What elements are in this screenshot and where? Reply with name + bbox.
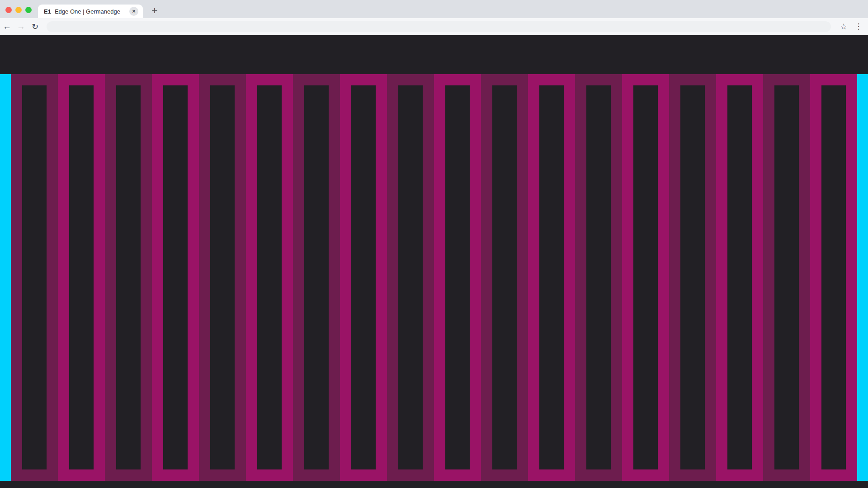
tab-title: Edge One | Germanedge [55, 8, 129, 15]
pattern-frame-5 [199, 74, 246, 481]
pattern-frame-11 [481, 74, 528, 481]
tab-close-icon[interactable]: × [129, 7, 138, 16]
new-tab-button[interactable]: + [148, 5, 161, 18]
browser-tab[interactable]: E1 Edge One | Germanedge × [38, 5, 143, 18]
window-maximize-button[interactable] [25, 7, 32, 13]
pattern-frame-10 [434, 74, 481, 481]
pattern-frame-13 [575, 74, 622, 481]
window-close-button[interactable] [5, 7, 12, 13]
forward-icon[interactable]: → [14, 22, 28, 32]
browser-toolbar: ← → ↻ ☆ ⋮ [0, 18, 868, 35]
page-content [0, 35, 868, 488]
tab-favicon: E1 [44, 8, 51, 15]
address-bar[interactable] [47, 21, 831, 32]
back-icon[interactable]: ← [0, 22, 14, 32]
pattern-frame-15 [669, 74, 716, 481]
pattern-frame-18 [810, 74, 857, 481]
menu-kebab-icon[interactable]: ⋮ [853, 22, 864, 31]
browser-window: E1 Edge One | Germanedge × + ← → ↻ ☆ ⋮ [0, 0, 868, 488]
pattern-frame-16 [716, 74, 763, 481]
pattern-frame-17 [763, 74, 810, 481]
pattern-edge-right [857, 74, 868, 481]
pattern-frame-6 [246, 74, 293, 481]
window-minimize-button[interactable] [15, 7, 22, 13]
pattern-frame-2 [58, 74, 105, 481]
pattern-frame-12 [528, 74, 575, 481]
pattern-frame-4 [152, 74, 199, 481]
tab-strip: E1 Edge One | Germanedge × + [0, 0, 868, 18]
pattern-frame-7 [293, 74, 340, 481]
pattern-frame-8 [340, 74, 387, 481]
page-pattern [0, 74, 868, 481]
bookmark-star-icon[interactable]: ☆ [837, 22, 850, 32]
window-controls [5, 7, 32, 13]
reload-icon[interactable]: ↻ [28, 22, 42, 32]
pattern-frame-14 [622, 74, 669, 481]
pattern-frame-3 [105, 74, 152, 481]
pattern-frame-1 [11, 74, 58, 481]
pattern-frame-9 [387, 74, 434, 481]
pattern-edge-left [0, 74, 11, 481]
